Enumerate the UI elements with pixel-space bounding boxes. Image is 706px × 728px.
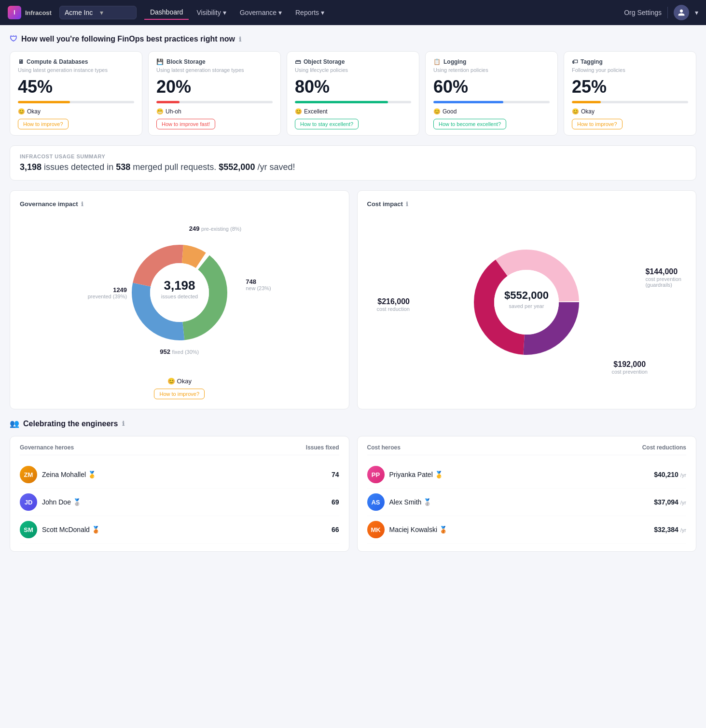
cost-hero-val-2: $32,384 /yr [654, 526, 686, 533]
progress-bar-object [295, 101, 411, 103]
label-fixed: 952 fixed (30%) [160, 348, 199, 355]
org-selector[interactable]: Acme Inc ▾ [59, 6, 137, 19]
logging-icon: 📋 [433, 58, 441, 65]
navbar: I Infracost Acme Inc ▾ Dashboard Visibil… [0, 0, 706, 25]
finops-card-object: 🗃 Object Storage Using lifecycle policie… [287, 51, 419, 136]
label-prevented: 1249 prevented (39%) [88, 286, 127, 299]
nav-visibility[interactable]: Visibility ▾ [191, 6, 232, 19]
reports-chevron: ▾ [321, 9, 324, 16]
svg-point-4 [150, 263, 209, 322]
card-status-compute: 😊 Okay [18, 108, 134, 115]
governance-issues-col: Issues fixed [306, 444, 339, 451]
cost-donut-svg: $552,000 saved per year [469, 244, 584, 360]
progress-bar-block [156, 101, 273, 103]
card-status-object: 😊 Excellent [295, 108, 411, 115]
cost-heroes-header: Cost heroes Cost reductions [367, 444, 687, 455]
label-cost-guardrails: $144,000 cost prevention (guardrails) [645, 267, 681, 288]
org-name: Acme Inc [65, 9, 96, 16]
finops-card-compute: 🖥 Compute & Databases Using latest gener… [10, 51, 142, 136]
nav-divider [667, 7, 668, 18]
governance-chart-footer: 😊 Okay How to improve? [20, 378, 339, 399]
heroes-grid: Governance heroes Issues fixed ZM Zeina … [10, 436, 696, 552]
governance-chevron: ▾ [278, 9, 282, 16]
page-header: 🛡 How well you're following FinOps best … [10, 35, 696, 43]
cost-hero-name-1: Alex Smith 🥈 [389, 498, 650, 506]
finops-card-tagging: 🏷 Tagging Following your policies 25% 😊 … [564, 51, 696, 136]
governance-hero-row-1: JD John Doe 🥈 69 [20, 489, 339, 516]
nav-links: Dashboard Visibility ▾ Governance ▾ Repo… [144, 5, 330, 20]
improve-btn-logging[interactable]: How to become excellent? [433, 119, 506, 129]
governance-avatar-1: JD [20, 493, 37, 511]
block-icon: 💾 [156, 58, 164, 65]
cost-donut-container: $216,000 cost reduction $552,000 saved p… [367, 215, 687, 389]
cost-hero-row-0: PP Priyanka Patel 🥇 $40,210 /yr [367, 461, 687, 489]
cost-avatar-2: MK [367, 521, 385, 538]
governance-improve-btn[interactable]: How to improve? [154, 389, 205, 399]
user-chevron[interactable]: ▾ [695, 9, 698, 16]
label-cost-reduction: $216,000 cost reduction [377, 297, 410, 312]
card-percent-tagging: 25% [572, 77, 688, 97]
card-subtitle-object: Using lifecycle policies [295, 67, 411, 73]
governance-donut-svg: 3,198 issues detected [126, 239, 233, 346]
summary-issues: 3,198 [20, 162, 42, 172]
summary-banner: INFRACOST USAGE SUMMARY 3,198 issues det… [10, 145, 696, 181]
finops-card-block: 💾 Block Storage Using latest generation … [148, 51, 281, 136]
governance-info-icon: ℹ [81, 201, 83, 208]
svg-text:saved per year: saved per year [509, 303, 544, 309]
improve-btn-tagging[interactable]: How to improve? [572, 119, 623, 129]
tagging-icon: 🏷 [572, 58, 578, 65]
card-title-compute: 🖥 Compute & Databases [18, 58, 134, 65]
governance-avatar-2: SM [20, 521, 37, 538]
visibility-chevron: ▾ [223, 9, 226, 16]
compute-icon: 🖥 [18, 58, 24, 65]
governance-hero-row-0: ZM Zeina Mohallel 🥇 74 [20, 461, 339, 489]
governance-chart-title: Governance impact ℹ [20, 200, 339, 208]
svg-text:issues detected: issues detected [161, 294, 198, 299]
summary-text: 3,198 issues detected in 538 merged pull… [20, 162, 686, 172]
cost-hero-row-2: MK Maciej Kowalski 🥉 $32,384 /yr [367, 516, 687, 544]
governance-hero-name-0: Zeina Mohallel 🥇 [42, 471, 327, 478]
user-avatar[interactable] [674, 5, 689, 20]
celebrating-header: 👥 Celebrating the engineers ℹ [10, 419, 696, 428]
governance-status: 😊 Okay [20, 378, 339, 385]
cost-chart-card: Cost impact ℹ $216,000 cost reduction [357, 190, 697, 409]
governance-donut-container: 249 pre-existing (8%) 1249 prevented (39… [20, 215, 339, 370]
svg-point-10 [494, 270, 559, 335]
progress-bar-logging [433, 101, 550, 103]
nav-dashboard[interactable]: Dashboard [144, 5, 189, 20]
shield-icon: 🛡 [10, 35, 17, 43]
svg-text:3,198: 3,198 [164, 278, 195, 293]
progress-bar-compute [18, 101, 134, 103]
card-status-tagging: 😊 Okay [572, 108, 688, 115]
status-icon-object: 😊 [295, 108, 302, 115]
governance-hero-row-2: SM Scott McDonald 🥉 66 [20, 516, 339, 544]
cost-heroes-card: Cost heroes Cost reductions PP Priyanka … [357, 436, 697, 552]
celebrating-info-icon: ℹ [122, 420, 125, 427]
governance-hero-val-1: 69 [332, 498, 339, 506]
finops-grid: 🖥 Compute & Databases Using latest gener… [10, 51, 696, 136]
card-subtitle-block: Using latest generation storage types [156, 67, 273, 73]
card-percent-compute: 45% [18, 77, 134, 97]
cost-avatar-1: AS [367, 493, 385, 511]
brand: I Infracost [8, 6, 52, 19]
main-content: 🛡 How well you're following FinOps best … [0, 25, 706, 561]
governance-hero-val-2: 66 [332, 526, 339, 533]
celebrating-icon: 👥 [10, 419, 19, 428]
card-title-object: 🗃 Object Storage [295, 58, 411, 65]
card-title-tagging: 🏷 Tagging [572, 58, 688, 65]
nav-reports[interactable]: Reports ▾ [290, 6, 330, 19]
improve-btn-object[interactable]: How to stay excellent? [295, 119, 359, 129]
org-settings-link[interactable]: Org Settings [624, 9, 662, 16]
improve-btn-compute[interactable]: How to improve? [18, 119, 69, 129]
improve-btn-block[interactable]: How to improve fast! [156, 119, 215, 129]
progress-fill-block [156, 101, 180, 103]
progress-fill-compute [18, 101, 70, 103]
cost-hero-val-0: $40,210 /yr [654, 471, 686, 478]
card-status-logging: 😊 Good [433, 108, 550, 115]
cost-hero-row-1: AS Alex Smith 🥈 $37,094 /yr [367, 489, 687, 516]
summary-label: INFRACOST USAGE SUMMARY [20, 154, 686, 159]
cost-info-icon: ℹ [406, 201, 408, 208]
nav-governance[interactable]: Governance ▾ [234, 6, 288, 19]
object-icon: 🗃 [295, 58, 301, 65]
status-icon-tagging: 😊 [572, 108, 579, 115]
